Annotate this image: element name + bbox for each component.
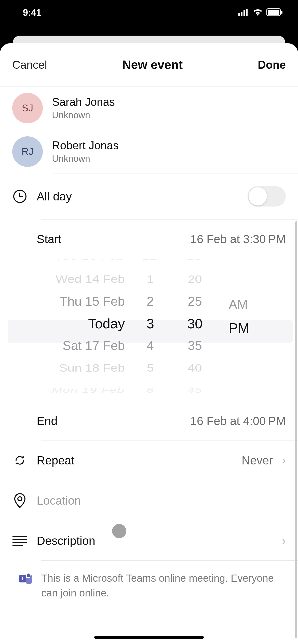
status-bar: 9:41 bbox=[0, 0, 298, 25]
description-label: Description bbox=[37, 534, 95, 548]
location-placeholder: Location bbox=[37, 494, 81, 507]
status-time: 9:41 bbox=[23, 7, 41, 18]
picker-item[interactable]: 1 bbox=[147, 270, 154, 289]
picker-item[interactable]: Tue 13 Feb bbox=[56, 259, 125, 264]
svg-rect-5 bbox=[268, 10, 279, 15]
svg-rect-1 bbox=[241, 12, 242, 16]
attendee-name: Sarah Jonas bbox=[52, 96, 115, 108]
picker-item[interactable]: Thu 15 Feb bbox=[60, 290, 125, 312]
page-title: New event bbox=[122, 58, 183, 72]
svg-point-16 bbox=[30, 575, 32, 578]
attendee-row[interactable]: RJ Robert Jonas Unknown bbox=[0, 130, 298, 173]
picker-item[interactable]: 25 bbox=[188, 290, 202, 312]
done-button[interactable]: Done bbox=[258, 58, 286, 71]
picker-item[interactable]: Wed 14 Feb bbox=[56, 270, 125, 289]
home-indicator[interactable] bbox=[94, 636, 204, 639]
attendee-row[interactable]: SJ Sarah Jonas Unknown bbox=[0, 86, 298, 130]
picker-item-selected[interactable]: Today bbox=[88, 312, 125, 334]
repeat-label: Repeat bbox=[37, 453, 74, 467]
svg-point-15 bbox=[27, 574, 30, 577]
teams-meeting-row[interactable]: T This is a Microsoft Teams online meeti… bbox=[0, 561, 298, 610]
all-day-label: All day bbox=[37, 189, 72, 203]
svg-rect-6 bbox=[281, 11, 282, 14]
repeat-value: Never bbox=[242, 453, 273, 467]
teams-icon: T bbox=[18, 571, 33, 586]
datetime-picker[interactable]: Tue 13 Feb Wed 14 Feb Thu 15 Feb Today S… bbox=[0, 259, 298, 401]
picker-item[interactable]: Mon 19 Feb bbox=[52, 383, 125, 397]
description-row[interactable]: Description › bbox=[0, 521, 298, 560]
status-icons bbox=[238, 8, 283, 17]
location-row[interactable]: Location bbox=[0, 480, 298, 521]
end-value: 16 Feb at 4:00 PM bbox=[190, 414, 286, 428]
picker-item[interactable]: AM bbox=[229, 293, 248, 316]
start-label: Start bbox=[37, 232, 61, 246]
chevron-right-icon: › bbox=[282, 454, 286, 467]
all-day-toggle[interactable] bbox=[248, 186, 286, 207]
attendee-status: Unknown bbox=[52, 110, 115, 121]
cancel-button[interactable]: Cancel bbox=[12, 58, 47, 71]
picker-item[interactable]: 40 bbox=[188, 358, 202, 377]
wifi-icon bbox=[253, 8, 263, 17]
repeat-row[interactable]: Repeat Never › bbox=[0, 441, 298, 480]
picker-item[interactable]: 6 bbox=[146, 383, 154, 397]
picker-item[interactable]: Sun 18 Feb bbox=[59, 358, 125, 377]
picker-item[interactable]: 4 bbox=[147, 335, 154, 357]
picker-hour-column[interactable]: 12 1 2 3 4 5 6 bbox=[132, 259, 168, 401]
picker-item[interactable]: 12 bbox=[143, 259, 158, 264]
picker-item[interactable]: 5 bbox=[147, 358, 154, 377]
start-value: 16 Feb at 3:30 PM bbox=[190, 232, 286, 246]
picker-item[interactable]: 2 bbox=[147, 290, 154, 312]
battery-icon bbox=[266, 8, 283, 17]
avatar: SJ bbox=[12, 93, 43, 123]
signal-icon bbox=[238, 9, 249, 17]
location-icon bbox=[12, 493, 28, 508]
all-day-row: All day bbox=[0, 173, 298, 219]
repeat-icon bbox=[12, 453, 28, 467]
svg-point-8 bbox=[18, 497, 22, 501]
picker-date-column[interactable]: Tue 13 Feb Wed 14 Feb Thu 15 Feb Today S… bbox=[0, 259, 132, 401]
attendee-status: Unknown bbox=[52, 153, 119, 164]
picker-item[interactable]: 35 bbox=[188, 335, 202, 357]
svg-text:T: T bbox=[21, 576, 24, 581]
start-row[interactable]: Start 16 Feb at 3:30 PM bbox=[0, 219, 298, 259]
clock-icon bbox=[12, 189, 28, 203]
picker-minute-column[interactable]: 15 20 25 30 35 40 45 bbox=[168, 259, 222, 401]
description-icon bbox=[12, 535, 28, 546]
picker-ampm-column[interactable]: AM PM bbox=[222, 293, 273, 401]
picker-item[interactable]: Sat 17 Feb bbox=[62, 335, 125, 357]
picker-item[interactable]: 15 bbox=[187, 259, 202, 264]
avatar: RJ bbox=[12, 136, 43, 167]
touch-indicator bbox=[112, 524, 126, 538]
end-label: End bbox=[37, 414, 58, 428]
attendee-name: Robert Jonas bbox=[52, 139, 119, 152]
content: SJ Sarah Jonas Unknown RJ Robert Jonas U… bbox=[0, 86, 298, 644]
modal-header: Cancel New event Done bbox=[0, 43, 298, 86]
modal-sheet: Cancel New event Done SJ Sarah Jonas Unk… bbox=[0, 43, 298, 644]
picker-item[interactable]: 20 bbox=[188, 270, 202, 289]
picker-item-selected[interactable]: 3 bbox=[146, 312, 154, 334]
picker-item-selected[interactable]: PM bbox=[229, 316, 249, 340]
svg-rect-2 bbox=[243, 10, 245, 16]
picker-item-selected[interactable]: 30 bbox=[187, 312, 202, 334]
svg-rect-3 bbox=[246, 9, 248, 16]
teams-text: This is a Microsoft Teams online meeting… bbox=[41, 571, 286, 600]
chevron-right-icon: › bbox=[282, 534, 286, 547]
picker-item[interactable]: 45 bbox=[187, 383, 202, 397]
svg-rect-0 bbox=[238, 13, 240, 16]
end-row[interactable]: End 16 Feb at 4:00 PM bbox=[0, 401, 298, 441]
